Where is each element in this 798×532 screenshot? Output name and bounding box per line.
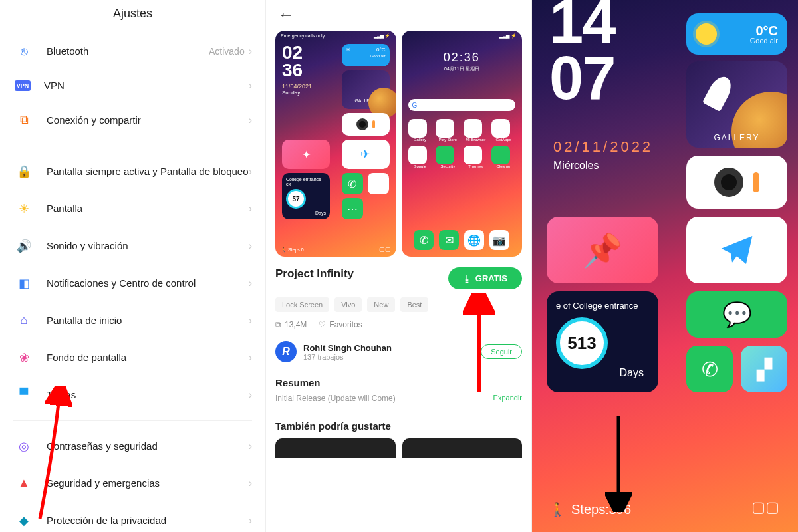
- settings-item-alert[interactable]: ▲Seguridad y emergencias›: [0, 465, 265, 502]
- theme-tag[interactable]: Lock Screen: [275, 297, 329, 312]
- chevron-right-icon: ›: [249, 515, 252, 527]
- chat-widget[interactable]: 💬: [686, 291, 787, 338]
- settings-label: Sonido y vibración: [47, 239, 249, 253]
- app-icon: [464, 146, 482, 164]
- app-label: Themes: [464, 164, 487, 168]
- back-button[interactable]: ←: [275, 0, 522, 29]
- download-button[interactable]: ⭳ GRATIS: [448, 267, 522, 289]
- rocket-icon: [702, 73, 735, 112]
- brush-icon: 📌: [583, 231, 622, 269]
- author-avatar: R: [275, 341, 297, 362]
- settings-label: Protección de la privacidad: [47, 514, 249, 527]
- sun-icon: [696, 23, 717, 45]
- settings-item-priv[interactable]: ◆Protección de la privacidad›: [0, 502, 265, 533]
- settings-item-theme[interactable]: ▀Temas›: [0, 376, 265, 414]
- author-name: Rohit Singh Chouhan: [303, 343, 392, 353]
- telegram-icon: [718, 231, 755, 269]
- cleaner-widget[interactable]: 📌: [547, 217, 658, 283]
- day-label: Miércoles: [553, 160, 598, 172]
- heart-icon: ♡: [319, 320, 326, 329]
- settings-label: Temas: [47, 388, 249, 402]
- theme-icon: ▀: [15, 386, 33, 404]
- settings-item-wall[interactable]: ❀Fondo de pantalla›: [0, 339, 265, 376]
- expand-link[interactable]: Expandir: [493, 394, 522, 403]
- chevron-right-icon: ›: [249, 240, 252, 252]
- app-label: Play Store: [436, 138, 460, 142]
- follow-button[interactable]: Seguir: [481, 344, 522, 359]
- settings-label: Pantalla siempre activa y Pantalla de bl…: [47, 165, 249, 178]
- theme-author-row[interactable]: R Rohit Singh Chouhan 137 trabajos Segui…: [275, 341, 522, 362]
- camera-widget[interactable]: [686, 156, 787, 209]
- settings-item-sound[interactable]: 🔊Sonido y vibración›: [0, 227, 265, 265]
- clock-widget[interactable]: 1407: [549, 0, 614, 106]
- chat-icon: 💬: [722, 301, 752, 329]
- settings-item-lock[interactable]: 🔒Pantalla siempre activa y Pantalla de b…: [0, 153, 265, 190]
- separator: [13, 146, 252, 146]
- homescreen-panel: 1407 0°CGood air GALLERY 02/11/2022 Miér…: [532, 0, 798, 532]
- app-icon: [464, 119, 482, 138]
- package-icon: ⧉: [275, 320, 281, 329]
- notif-icon: ◧: [15, 274, 33, 293]
- settings-item-home[interactable]: ⌂Pantalla de inicio›: [0, 302, 265, 339]
- theme-preview-1[interactable]: Emergency calls only▂▃▅ ⚡ 0236 ☀ 0°CGood…: [275, 31, 396, 257]
- settings-label: VPN: [44, 79, 249, 92]
- share-icon: ⧉: [15, 111, 33, 130]
- wall-icon: ❀: [15, 348, 33, 367]
- college-countdown-widget[interactable]: e of College entrance 513 Days: [547, 291, 658, 392]
- favorite-button[interactable]: ♡Favoritos: [319, 320, 362, 329]
- gallery-tile: GALLERY: [342, 70, 390, 109]
- app-label: Gallery: [408, 138, 432, 142]
- chevron-right-icon: ›: [249, 80, 252, 92]
- theme-tag[interactable]: Vivo: [334, 297, 362, 312]
- app-icon: [491, 119, 510, 138]
- settings-label: Seguridad y emergencias: [47, 477, 249, 490]
- chevron-right-icon: ›: [249, 166, 252, 178]
- chevron-right-icon: ›: [249, 277, 252, 289]
- separator: [13, 420, 252, 421]
- chevron-right-icon: ›: [249, 114, 252, 126]
- theme-preview-2[interactable]: ▂▃▅ ⚡ 02:36 04月11日 星期日 G GalleryPlay Sto…: [402, 31, 523, 257]
- files-app-icon[interactable]: ▞: [741, 346, 787, 392]
- sound-icon: 🔊: [15, 237, 33, 255]
- walker-icon: 🚶: [549, 501, 566, 517]
- settings-label: Notificaciones y Centro de control: [47, 277, 249, 290]
- camera-lens-icon: [714, 168, 743, 197]
- settings-item-vpn[interactable]: VPNVPN›: [0, 70, 265, 102]
- author-works: 137 trabajos: [303, 353, 392, 361]
- settings-item-share[interactable]: ⧉Conexión y compartir›: [0, 102, 265, 139]
- theme-tag[interactable]: New: [367, 297, 395, 312]
- countdown-ring: 513: [556, 317, 608, 369]
- telegram-widget[interactable]: [686, 217, 787, 283]
- settings-label: Bluetooth: [47, 45, 209, 58]
- settings-item-bt[interactable]: ⎋BluetoothActivado›: [0, 33, 265, 70]
- gallery-widget[interactable]: GALLERY: [686, 61, 787, 148]
- settings-item-notif[interactable]: ◧Notificaciones y Centro de control›: [0, 265, 265, 302]
- steps-counter[interactable]: 🚶 Steps:396: [549, 501, 631, 517]
- app-icon: [408, 146, 427, 164]
- theme-store-panel: ← Emergency calls only▂▃▅ ⚡ 0236 ☀ 0°CGo…: [266, 0, 532, 532]
- download-icon: ⭳: [463, 273, 471, 283]
- phone-app-icon[interactable]: ✆: [686, 346, 733, 392]
- settings-item-pass[interactable]: ◎Contraseñas y seguridad›: [0, 428, 265, 465]
- vpn-icon: VPN: [15, 80, 31, 91]
- theme-tag[interactable]: Best: [400, 297, 428, 312]
- settings-label: Conexión y compartir: [47, 114, 249, 127]
- app-label: Security: [436, 164, 460, 168]
- chevron-right-icon: ›: [249, 315, 252, 327]
- app-label: Google: [408, 164, 432, 168]
- settings-label: Fondo de pantalla: [47, 351, 249, 364]
- settings-label: Pantalla de inicio: [47, 314, 249, 327]
- app-drawer-button[interactable]: ▢▢: [751, 499, 779, 516]
- camera-flash-icon: [753, 172, 759, 192]
- theme-previews: Emergency calls only▂▃▅ ⚡ 0236 ☀ 0°CGood…: [275, 31, 522, 257]
- weather-widget[interactable]: 0°CGood air: [686, 13, 787, 55]
- chevron-right-icon: ›: [249, 45, 252, 57]
- chevron-right-icon: ›: [249, 203, 252, 215]
- home-icon: ⌂: [15, 311, 33, 330]
- settings-label: Pantalla: [47, 202, 249, 215]
- theme-size: ⧉13,4M: [275, 320, 307, 329]
- app-dock: ✆ ▞: [686, 346, 787, 392]
- settings-label: Contraseñas y seguridad: [47, 440, 249, 453]
- app-label: Mi Browser: [464, 138, 487, 142]
- settings-item-sun[interactable]: ☀Pantalla›: [0, 190, 265, 227]
